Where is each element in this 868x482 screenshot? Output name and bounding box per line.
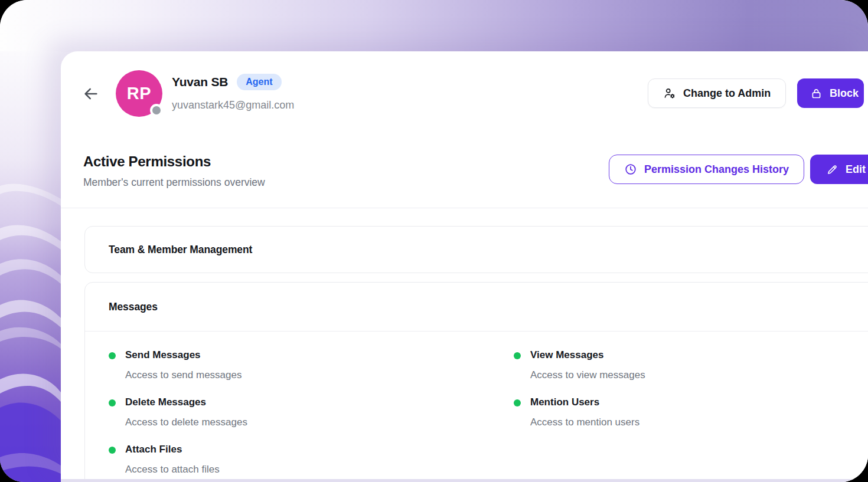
member-email: yuvanstark45@gmail.com xyxy=(172,99,294,112)
permission-description: Access to mention users xyxy=(530,417,639,428)
header-divider xyxy=(61,208,868,208)
permission-name: Mention Users xyxy=(530,396,639,408)
block-label: Block xyxy=(830,87,859,100)
section-team-member-management[interactable]: Team & Member Management xyxy=(84,226,868,273)
history-button-label: Permission Changes History xyxy=(644,163,789,176)
permission-name: Delete Messages xyxy=(125,396,247,408)
permission-item-send-messages: Send Messages Access to send messages xyxy=(109,349,514,381)
bottom-edge-strip xyxy=(61,479,868,482)
permission-description: Access to delete messages xyxy=(125,417,247,428)
member-permissions-panel: RP Yuvan SB Agent yuvanstark45@gmail.com… xyxy=(61,51,868,482)
enabled-dot-icon xyxy=(514,399,521,406)
change-to-admin-label: Change to Admin xyxy=(683,87,771,100)
app-screen: RP Yuvan SB Agent yuvanstark45@gmail.com… xyxy=(0,0,868,482)
section-title: Messages xyxy=(109,301,158,313)
page-subtitle: Member's current permissions overview xyxy=(83,176,265,189)
member-identity: Yuvan SB Agent yuvanstark45@gmail.com xyxy=(172,74,294,112)
arrow-left-icon xyxy=(82,85,101,103)
enabled-dot-icon xyxy=(514,352,521,359)
enabled-dot-icon xyxy=(109,399,116,406)
edit-permissions-button[interactable]: Edit xyxy=(810,155,868,184)
permission-description: Access to attach files xyxy=(125,464,220,476)
member-name: Yuvan SB xyxy=(172,75,228,89)
permissions-grid: Send Messages Access to send messages Vi… xyxy=(85,332,868,482)
permission-item-mention-users: Mention Users Access to mention users xyxy=(514,396,868,428)
avatar-initials: RP xyxy=(127,84,151,103)
section-messages: Messages Send Messages Access to send me… xyxy=(84,282,868,482)
presence-dot-icon xyxy=(150,104,163,117)
enabled-dot-icon xyxy=(109,352,116,359)
user-gear-icon xyxy=(663,87,676,100)
back-button[interactable] xyxy=(82,84,101,103)
enabled-dot-icon xyxy=(109,447,116,454)
permission-name: Attach Files xyxy=(125,444,220,455)
permission-item-attach-files: Attach Files Access to attach files xyxy=(109,444,514,476)
lock-icon xyxy=(810,87,823,100)
page-title: Active Permissions xyxy=(83,153,211,170)
permission-item-delete-messages: Delete Messages Access to delete message… xyxy=(109,396,514,428)
permission-description: Access to view messages xyxy=(530,369,645,381)
background-gradient-band xyxy=(0,0,868,52)
permission-name: View Messages xyxy=(530,349,645,361)
permission-description: Access to send messages xyxy=(125,369,242,381)
clock-icon xyxy=(624,163,637,176)
role-badge: Agent xyxy=(237,74,281,90)
permission-item-view-messages: View Messages Access to view messages xyxy=(514,349,868,381)
avatar: RP xyxy=(116,70,162,117)
permission-name: Send Messages xyxy=(125,349,242,361)
block-button[interactable]: Block xyxy=(797,78,864,108)
background-wave-art xyxy=(0,51,61,482)
section-title: Team & Member Management xyxy=(85,244,252,256)
edit-button-label: Edit xyxy=(846,163,866,176)
pencil-icon xyxy=(826,163,838,176)
section-messages-header[interactable]: Messages xyxy=(85,283,868,332)
permission-changes-history-button[interactable]: Permission Changes History xyxy=(609,155,804,184)
change-to-admin-button[interactable]: Change to Admin xyxy=(648,78,786,108)
